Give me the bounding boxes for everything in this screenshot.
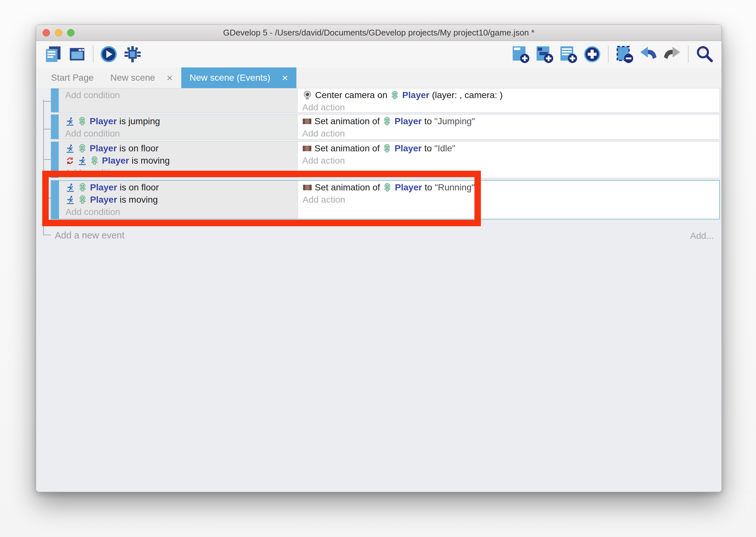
- toolbar-separator: [93, 46, 94, 62]
- scene-editor-button[interactable]: [68, 45, 87, 63]
- preview-button[interactable]: [99, 45, 118, 63]
- action-line[interactable]: Set animation of Player to "Running": [303, 181, 719, 194]
- condition-line[interactable]: Player is on floor: [65, 142, 297, 154]
- platformer-behavior-icon: [65, 195, 75, 205]
- actions-cell: Set animation of Player to "Idle" Add ac…: [298, 142, 720, 178]
- add-condition-button[interactable]: Add condition: [65, 128, 297, 140]
- action-line[interactable]: Set animation of Player to "Idle": [302, 142, 720, 154]
- event-drag-handle[interactable]: [51, 114, 59, 139]
- player-object-icon: [77, 144, 87, 153]
- add-condition-button[interactable]: Add condition: [65, 167, 297, 178]
- player-object-icon: [382, 144, 392, 153]
- toolbar-separator: [608, 46, 609, 62]
- events-sheet: Add condition Center camera on Player (l…: [36, 88, 722, 492]
- add-comment-button[interactable]: [535, 45, 554, 63]
- tab-bar: Start Page New scene × New scene (Events…: [36, 67, 722, 88]
- event-drag-handle[interactable]: [51, 88, 59, 112]
- close-tab-icon[interactable]: ×: [282, 73, 288, 83]
- animation-icon: [302, 117, 312, 125]
- platformer-behavior-icon: [77, 156, 87, 166]
- event-tree-rail: [43, 100, 44, 235]
- debug-button[interactable]: [123, 45, 142, 63]
- animation-icon: [303, 184, 312, 191]
- titlebar: GDevelop 5 - /Users/david/Documents/GDev…: [36, 25, 722, 41]
- action-line[interactable]: Center camera on Player (layer: , camera…: [302, 89, 720, 101]
- conditions-cell: Player is on floor Player is moving Add …: [59, 142, 298, 178]
- conditions-cell: Player is jumping Add condition: [59, 114, 298, 139]
- add-event-type-button[interactable]: [583, 45, 601, 63]
- platformer-behavior-icon: [65, 183, 75, 192]
- add-standard-event-button[interactable]: [511, 45, 530, 63]
- event-row: Add condition Center camera on Player (l…: [51, 88, 720, 113]
- condition-line[interactable]: Player is moving: [65, 154, 297, 167]
- undo-button[interactable]: [639, 45, 658, 63]
- tab-start-page[interactable]: Start Page: [43, 67, 102, 88]
- platformer-behavior-icon: [65, 144, 75, 153]
- traffic-lights: [43, 29, 74, 36]
- event-row: Player is on floor Player is moving Add …: [51, 141, 720, 178]
- event-tree-stub: [43, 129, 51, 129]
- condition-line[interactable]: Player is on floor: [65, 181, 298, 194]
- project-manager-button[interactable]: [44, 45, 62, 63]
- add-new-event-button[interactable]: Add a new event: [55, 230, 125, 241]
- camera-icon: [302, 90, 313, 101]
- event-row: Player is jumping Add condition Set anim…: [51, 114, 720, 140]
- player-object-icon: [90, 156, 99, 166]
- add-condition-button[interactable]: Add condition: [65, 89, 297, 101]
- window-title: GDevelop 5 - /Users/david/Documents/GDev…: [223, 28, 534, 38]
- conditions-cell: Add condition: [59, 88, 298, 112]
- event-row-selected: Player is on floor Player is moving Add …: [51, 180, 720, 220]
- event-tree-stub: [43, 235, 51, 235]
- add-action-button[interactable]: Add action: [302, 154, 720, 167]
- event-drag-handle[interactable]: [51, 142, 59, 178]
- event-tree-stub: [43, 198, 51, 198]
- toolbar: [36, 41, 722, 67]
- conditions-cell: Player is on floor Player is moving Add …: [59, 181, 298, 219]
- add-condition-button[interactable]: Add condition: [65, 206, 298, 218]
- actions-cell: Center camera on Player (layer: , camera…: [298, 88, 720, 112]
- event-drag-handle[interactable]: [51, 181, 59, 219]
- player-object-icon: [390, 90, 399, 100]
- toolbar-separator: [688, 46, 689, 62]
- minimize-window-button[interactable]: [55, 29, 62, 36]
- event-tree-stub: [43, 159, 51, 160]
- condition-line[interactable]: Player is moving: [65, 194, 298, 206]
- action-line[interactable]: Set animation of Player to "Jumping": [302, 115, 720, 128]
- tab-new-scene[interactable]: New scene ×: [102, 67, 181, 88]
- search-button[interactable]: [695, 45, 714, 63]
- condition-line[interactable]: Player is jumping: [65, 115, 297, 128]
- player-object-icon: [382, 116, 392, 126]
- close-tab-icon[interactable]: ×: [167, 73, 173, 83]
- add-action-button[interactable]: Add action: [303, 194, 719, 206]
- toolbar-right-group: [506, 45, 714, 63]
- animation-icon: [302, 145, 312, 152]
- player-object-icon: [383, 183, 392, 192]
- zoom-window-button[interactable]: [67, 29, 74, 36]
- delete-event-button[interactable]: [615, 45, 634, 63]
- actions-cell: Set animation of Player to "Running" Add…: [298, 181, 719, 219]
- player-object-icon: [78, 195, 88, 205]
- platformer-behavior-icon: [65, 116, 75, 126]
- player-object-icon: [77, 116, 87, 126]
- actions-cell: Set animation of Player to "Jumping" Add…: [298, 114, 720, 139]
- add-subevent-button[interactable]: [559, 45, 578, 63]
- add-more-button[interactable]: Add...: [690, 231, 714, 241]
- invert-condition-icon: [65, 156, 75, 166]
- close-window-button[interactable]: [43, 29, 50, 36]
- event-tree-stub: [43, 101, 51, 102]
- gdevelop-window: GDevelop 5 - /Users/david/Documents/GDev…: [36, 24, 722, 492]
- add-action-button[interactable]: Add action: [302, 101, 720, 113]
- redo-button[interactable]: [663, 45, 682, 63]
- tab-new-scene-events[interactable]: New scene (Events) ×: [181, 67, 296, 88]
- add-action-button[interactable]: Add action: [302, 128, 720, 140]
- player-object-icon: [78, 183, 88, 192]
